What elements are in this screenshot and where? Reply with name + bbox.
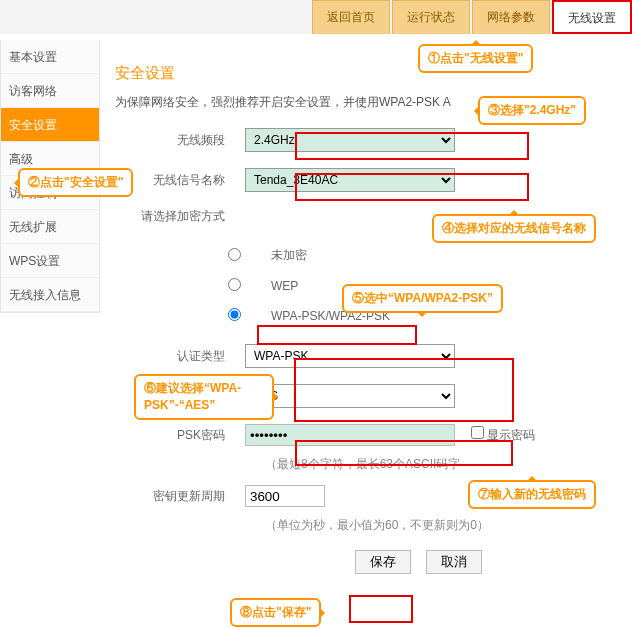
input-psk[interactable] — [245, 424, 455, 446]
cancel-button[interactable]: 取消 — [426, 550, 482, 574]
sidebar-item-extend[interactable]: 无线扩展 — [1, 210, 99, 244]
highlight-save — [349, 595, 413, 623]
callout-5: ⑤选中“WPA/WPA2-PSK” — [342, 284, 503, 313]
callout-7: ⑦输入新的无线密码 — [468, 480, 596, 509]
label-enc-mode: 请选择加密方式 — [115, 208, 245, 225]
sidebar-item-clients[interactable]: 无线接入信息 — [1, 278, 99, 312]
tab-home[interactable]: 返回首页 — [312, 0, 390, 34]
label-show-pwd: 显示密码 — [487, 428, 535, 442]
radio-wep-label: WEP — [271, 279, 298, 293]
hint-rekey: （单位为秒，最小值为60，不更新则为0） — [265, 517, 626, 534]
tab-network[interactable]: 网络参数 — [472, 0, 550, 34]
show-pwd-wrap: 显示密码 — [471, 426, 535, 444]
label-band: 无线频段 — [115, 132, 245, 149]
page-title: 安全设置 — [115, 64, 626, 83]
top-tabs: 返回首页 运行状态 网络参数 无线设置 — [0, 0, 632, 34]
callout-8: ⑧点击"保存" — [230, 598, 321, 627]
label-rekey: 密钥更新周期 — [115, 488, 245, 505]
select-ssid[interactable]: Tenda_3E40AC — [245, 168, 455, 192]
radio-none[interactable] — [228, 248, 241, 261]
label-psk: PSK密码 — [115, 427, 245, 444]
select-auth[interactable]: WPA-PSK — [245, 344, 455, 368]
radio-wpa[interactable] — [228, 308, 241, 321]
sidebar-item-guest[interactable]: 访客网络 — [1, 74, 99, 108]
label-auth: 认证类型 — [115, 348, 245, 365]
radio-wep[interactable] — [228, 278, 241, 291]
hint-pwd: （最短8个字符，最长63个ASCII码字 — [265, 456, 626, 473]
tab-status[interactable]: 运行状态 — [392, 0, 470, 34]
sidebar-item-wps[interactable]: WPS设置 — [1, 244, 99, 278]
checkbox-show-pwd[interactable] — [471, 426, 484, 439]
label-ssid: 无线信号名称 — [115, 172, 245, 189]
sidebar-item-basic[interactable]: 基本设置 — [1, 40, 99, 74]
select-band[interactable]: 2.4GHz — [245, 128, 455, 152]
callout-4: ④选择对应的无线信号名称 — [432, 214, 596, 243]
radio-none-label: 未加密 — [271, 247, 307, 264]
callout-2: ②点击"安全设置" — [18, 168, 133, 197]
sidebar-item-security[interactable]: 安全设置 — [1, 108, 99, 142]
callout-3: ③选择"2.4GHz" — [478, 96, 586, 125]
input-rekey[interactable] — [245, 485, 325, 507]
callout-6: ⑥建议选择“WPA-PSK”-“AES” — [134, 374, 274, 420]
save-button[interactable]: 保存 — [355, 550, 411, 574]
callout-1: ①点击"无线设置" — [418, 44, 533, 73]
tab-wireless[interactable]: 无线设置 — [552, 0, 632, 34]
